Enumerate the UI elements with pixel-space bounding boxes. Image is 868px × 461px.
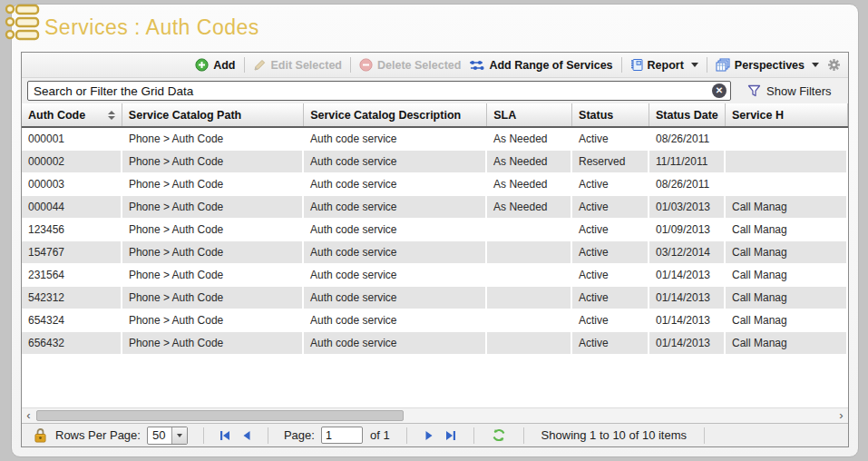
- show-filters-button[interactable]: Show Filters: [747, 84, 832, 98]
- sort-icon[interactable]: [108, 111, 115, 120]
- table-cell: Phone > Auth Code: [122, 241, 304, 263]
- table-cell: Call Manag: [726, 287, 848, 309]
- table-cell: Active: [572, 196, 649, 218]
- separator: [707, 57, 707, 73]
- rows-per-page-select[interactable]: 50: [147, 427, 188, 445]
- previous-page-button[interactable]: [241, 430, 252, 441]
- table-row[interactable]: 000001Phone > Auth CodeAuth code service…: [22, 128, 848, 151]
- table-cell: Active: [572, 219, 649, 240]
- separator: [473, 427, 474, 444]
- table-cell: Auth code service: [304, 219, 487, 240]
- add-range-button[interactable]: Add Range of Services: [469, 59, 612, 72]
- table-cell: Call Manag: [726, 241, 848, 263]
- table-cell: Call Manag: [726, 264, 848, 286]
- table-cell: 01/14/2013: [649, 332, 726, 354]
- table-cell: Auth code service: [304, 241, 487, 263]
- column-header-service-catalog-path[interactable]: Service Catalog Path: [122, 103, 304, 126]
- page-label: Page:: [284, 428, 315, 442]
- table-cell: 656432: [22, 332, 122, 354]
- add-button[interactable]: Add: [195, 58, 235, 72]
- table-cell: Auth code service: [304, 128, 487, 150]
- table-row[interactable]: 656432Phone > Auth CodeAuth code service…: [22, 332, 848, 355]
- table-cell: [726, 173, 848, 195]
- settings-gear-button[interactable]: [827, 58, 841, 72]
- column-header-auth-code[interactable]: Auth Code: [22, 103, 122, 126]
- table-row[interactable]: 654324Phone > Auth CodeAuth code service…: [22, 309, 848, 332]
- column-header-service-host[interactable]: Service H: [726, 103, 848, 126]
- search-input[interactable]: [27, 81, 731, 101]
- show-filters-label: Show Filters: [766, 84, 832, 98]
- filter-funnel-icon: [747, 84, 761, 97]
- table-cell: 542312: [22, 287, 122, 309]
- table-row[interactable]: 123456Phone > Auth CodeAuth code service…: [22, 219, 848, 241]
- refresh-icon: [492, 428, 506, 442]
- separator: [406, 427, 407, 444]
- report-button[interactable]: Report: [630, 58, 698, 72]
- services-list-icon: [5, 2, 41, 44]
- table-cell: 03/12/2014: [649, 241, 726, 263]
- refresh-button[interactable]: [492, 428, 506, 442]
- separator: [203, 427, 204, 444]
- table-cell: [487, 287, 572, 309]
- table-cell: Auth code service: [304, 287, 487, 309]
- table-row[interactable]: 000003Phone > Auth CodeAuth code service…: [22, 173, 848, 196]
- table-cell: Phone > Auth Code: [122, 196, 304, 218]
- last-page-button[interactable]: [445, 430, 456, 441]
- table-cell: 01/14/2013: [649, 287, 726, 309]
- next-page-button[interactable]: [424, 430, 434, 441]
- table-cell: Auth code service: [304, 151, 487, 172]
- scroll-left-icon[interactable]: ‹: [22, 408, 35, 423]
- table-cell: [487, 309, 572, 331]
- table-cell: Auth code service: [304, 173, 487, 195]
- scroll-right-icon[interactable]: ›: [834, 408, 848, 423]
- horizontal-scrollbar[interactable]: ‹ ›: [22, 407, 848, 423]
- table-row[interactable]: 154767Phone > Auth CodeAuth code service…: [22, 241, 848, 264]
- rows-per-page-value: 50: [148, 427, 171, 444]
- table-cell: 231564: [22, 264, 122, 286]
- table-row[interactable]: 000044Phone > Auth CodeAuth code service…: [22, 196, 848, 219]
- table-cell: Active: [572, 309, 649, 331]
- showing-items-label: Showing 1 to 10 of 10 items: [541, 428, 687, 442]
- page-number-input[interactable]: [321, 427, 363, 444]
- first-page-button[interactable]: [219, 430, 230, 441]
- table-cell: Reserved: [572, 151, 649, 172]
- column-header-status-date[interactable]: Status Date: [649, 103, 726, 126]
- table-cell: Phone > Auth Code: [122, 173, 304, 195]
- table-cell: 08/26/2011: [649, 173, 726, 195]
- table-cell: Active: [572, 128, 649, 150]
- page-of-label: of 1: [370, 428, 390, 442]
- table-cell: 654324: [22, 309, 122, 331]
- delete-selected-button[interactable]: Delete Selected: [359, 58, 461, 72]
- scrollbar-thumb[interactable]: [36, 410, 404, 421]
- search-row: ✕ Show Filters: [22, 78, 848, 103]
- column-header-service-catalog-description[interactable]: Service Catalog Description: [304, 103, 487, 126]
- perspectives-button[interactable]: Perspectives: [716, 58, 819, 72]
- table-row[interactable]: 000002Phone > Auth CodeAuth code service…: [22, 151, 848, 173]
- table-cell: Auth code service: [304, 309, 487, 331]
- data-grid: Add Edit Selected Delete Selected: [21, 52, 849, 447]
- lock-icon: [34, 427, 47, 443]
- table-cell: [726, 128, 848, 150]
- report-label: Report: [648, 59, 684, 72]
- clear-search-icon[interactable]: ✕: [712, 83, 727, 98]
- table-cell: Phone > Auth Code: [122, 264, 304, 286]
- table-cell: Phone > Auth Code: [122, 151, 304, 172]
- table-cell: [487, 264, 572, 286]
- pagination-footer: Rows Per Page: 50 Page: of 1: [22, 423, 848, 446]
- table-cell: 000044: [22, 196, 122, 218]
- edit-selected-button[interactable]: Edit Selected: [253, 59, 343, 72]
- perspectives-label: Perspectives: [735, 59, 805, 72]
- table-cell: [487, 241, 572, 263]
- table-row[interactable]: 231564Phone > Auth CodeAuth code service…: [22, 264, 848, 287]
- table-cell: As Needed: [487, 196, 572, 218]
- table-row[interactable]: 542312Phone > Auth CodeAuth code service…: [22, 287, 848, 309]
- table-header: Auth Code Service Catalog Path Service C…: [22, 103, 848, 128]
- column-header-sla[interactable]: SLA: [487, 103, 572, 126]
- separator: [350, 57, 351, 73]
- grid-toolbar: Add Edit Selected Delete Selected: [22, 53, 848, 78]
- table-body: 000001Phone > Auth CodeAuth code service…: [22, 128, 848, 407]
- delete-selected-label: Delete Selected: [377, 59, 461, 72]
- table-cell: 000003: [22, 173, 122, 195]
- column-header-status[interactable]: Status: [572, 103, 649, 126]
- table-cell: 123456: [22, 219, 122, 240]
